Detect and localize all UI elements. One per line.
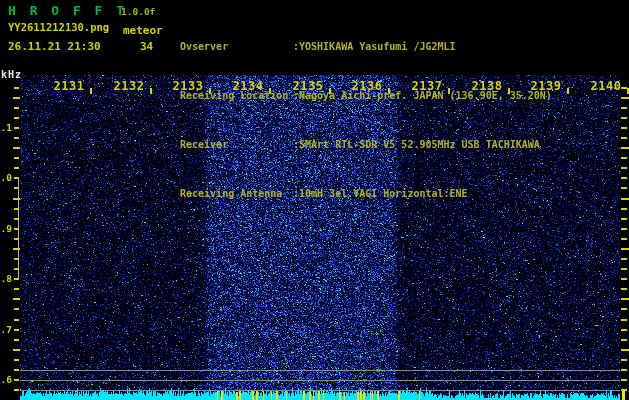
- time-tick-label-2137: 2137: [407, 79, 447, 93]
- freq-tick-label-0.6: 0.6: [0, 374, 12, 385]
- meteor-count: 34: [140, 40, 153, 53]
- freq-axis-unit-label: kHz: [1, 69, 22, 80]
- station-info-block: Ovserver :YOSHIKAWA Yasufumi /JG2MLI Rec…: [180, 3, 629, 237]
- observation-datetime: 26.11.21 21:30: [8, 40, 101, 53]
- info-label: Receiving Antenna: [180, 188, 293, 199]
- output-filename: YY2611212130.png: [8, 21, 109, 33]
- freq-tick-label-0.7: 0.7: [0, 324, 12, 335]
- info-row-observer: Ovserver :YOSHIKAWA Yasufumi /JG2MLI: [180, 41, 629, 52]
- time-tick-label-2135: 2135: [288, 79, 328, 93]
- info-row-antenna: Receiving Antenna :10mH 3el.YAGI Horizon…: [180, 188, 629, 199]
- freq-tick-label-0.8: 0.8: [0, 273, 12, 284]
- time-tick-label-2138: 2138: [467, 79, 507, 93]
- freq-tick-label-0.9: 0.9: [0, 223, 12, 234]
- mode-label: meteor: [123, 24, 163, 37]
- info-value: :10mH 3el.YAGI Horizontal:ENE: [293, 188, 468, 199]
- freq-tick-label-1.0: 1.0: [0, 172, 12, 183]
- info-label: Receiver: [180, 139, 293, 150]
- time-tick-label-2134: 2134: [228, 79, 268, 93]
- time-tick-label-2132: 2132: [109, 79, 149, 93]
- time-tick-label-2131: 2131: [49, 79, 89, 93]
- app-title: H R O F F T: [8, 3, 127, 18]
- app-version: 1.0.0f: [121, 6, 155, 17]
- hrofft-output-image: H R O F F T 1.0.0f YY2611212130.png mete…: [0, 0, 629, 400]
- time-tick-label-2133: 2133: [168, 79, 208, 93]
- time-tick-label-2139: 2139: [526, 79, 566, 93]
- info-value: :SMArt RTL-SDR V5 52.905MHz USB TACHIKAW…: [293, 139, 540, 150]
- info-value: :YOSHIKAWA Yasufumi /JG2MLI: [293, 41, 456, 52]
- freq-tick-label-1.1: 1.1: [0, 122, 12, 133]
- info-label: Ovserver: [180, 41, 293, 52]
- time-tick-label-2140: 2140: [586, 79, 626, 93]
- time-tick-label-2136: 2136: [347, 79, 387, 93]
- info-row-receiver: Receiver :SMArt RTL-SDR V5 52.905MHz USB…: [180, 139, 629, 150]
